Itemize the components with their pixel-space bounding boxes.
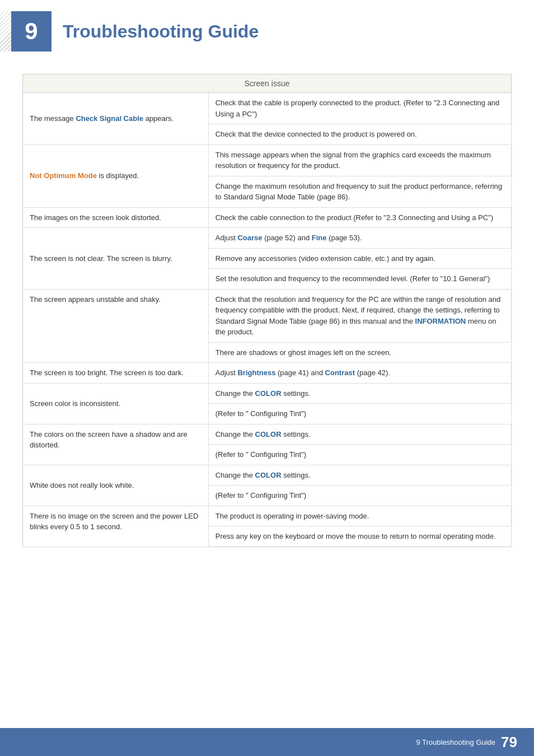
table-row: There is no image on the screen and the … (23, 506, 512, 526)
issue-cell: The screen appears unstable and shaky. (23, 289, 209, 363)
table-row: The colors on the screen have a shadow a… (23, 424, 512, 445)
solution-cell: This message appears when the signal fro… (208, 144, 511, 176)
issue-cell: The images on the screen look distorted. (23, 207, 209, 228)
table-section-header: Screen issue (23, 74, 512, 93)
chapter-number: 9 (25, 20, 38, 43)
solution-cell: Adjust Brightness (page 41) and Contrast… (208, 363, 511, 384)
issue-cell: There is no image on the screen and the … (23, 506, 209, 547)
page-footer: 9 Troubleshooting Guide 79 (0, 728, 534, 756)
solution-cell: Check that the resolution and frequency … (208, 289, 511, 342)
solution-cell: (Refer to " Configuring Tint") (208, 486, 511, 506)
solution-cell: Change the maximum resolution and freque… (208, 176, 511, 207)
page-title: Troubleshooting Guide (63, 21, 259, 42)
footer-page-number: 79 (501, 734, 517, 751)
table-row: The screen appears unstable and shaky.Ch… (23, 289, 512, 342)
table-row: The message Check Signal Cable appears.C… (23, 93, 512, 124)
table-row: The screen is not clear. The screen is b… (23, 228, 512, 249)
issue-cell: Screen color is inconsistent. (23, 383, 209, 424)
solution-cell: Press any key on the keyboard or move th… (208, 526, 511, 547)
table-row: The screen is too bright. The screen is … (23, 363, 512, 384)
page-header: 9 Troubleshooting Guide (0, 0, 534, 57)
solution-cell: Change the COLOR settings. (208, 383, 511, 404)
table-row: The images on the screen look distorted.… (23, 207, 512, 228)
solution-cell: Change the COLOR settings. (208, 465, 511, 486)
issue-cell: The colors on the screen have a shadow a… (23, 424, 209, 465)
solution-cell: Check that the cable is properly connect… (208, 93, 511, 124)
table-row: Screen color is inconsistent.Change the … (23, 383, 512, 404)
solution-cell: (Refer to " Configuring Tint") (208, 445, 511, 465)
solution-cell: Adjust Coarse (page 52) and Fine (page 5… (208, 228, 511, 249)
solution-cell: Change the COLOR settings. (208, 424, 511, 445)
table-row: White does not really look white.Change … (23, 465, 512, 486)
issues-table: Screen issue The message Check Signal Ca… (22, 74, 512, 547)
solution-cell: The product is operating in power-saving… (208, 506, 511, 526)
issue-cell: The message Check Signal Cable appears. (23, 93, 209, 145)
solution-cell: Set the resolution and frequency to the … (208, 269, 511, 290)
footer-text: 9 Troubleshooting Guide (416, 738, 495, 746)
table-row: Not Optimum Mode is displayed.This messa… (23, 144, 512, 176)
issue-cell: Not Optimum Mode is displayed. (23, 144, 209, 207)
issue-cell: There are shadows or ghost images left o… (208, 342, 511, 363)
chapter-badge: 9 (11, 11, 51, 52)
issue-cell: White does not really look white. (23, 465, 209, 506)
solution-cell: (Refer to " Configuring Tint") (208, 404, 511, 424)
solution-cell: Remove any accessories (video extension … (208, 248, 511, 269)
solution-cell: Check the cable connection to the produc… (208, 207, 511, 228)
issue-cell: The screen is not clear. The screen is b… (23, 228, 209, 290)
issue-cell: The screen is too bright. The screen is … (23, 363, 209, 384)
main-content: Screen issue The message Check Signal Ca… (0, 57, 534, 570)
solution-cell: Check that the device connected to the p… (208, 124, 511, 145)
